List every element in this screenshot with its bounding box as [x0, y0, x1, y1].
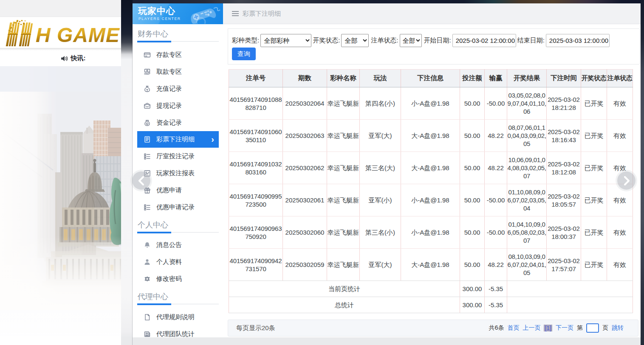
bell-icon: [144, 241, 151, 249]
sidebar-item[interactable]: 充值记录: [137, 80, 219, 97]
sidebar-item[interactable]: 个人资料: [137, 253, 219, 270]
sidebar-item-label: 个人资料: [156, 258, 182, 266]
pagination-controls: 共6条 首页 上一页 [1] 下一页 第 页 跳转: [489, 323, 624, 333]
sidebar-item[interactable]: 取款专区: [137, 63, 219, 80]
total-count-label: 共6条: [489, 324, 504, 332]
table-cell: 401569174090995723500: [229, 184, 283, 216]
table-cell: 50.00: [460, 216, 485, 249]
grand-summary-label: 总统计: [229, 297, 460, 313]
sidebar-section-title: 财务中心: [137, 27, 219, 42]
table-cell: 已开奖: [581, 87, 607, 120]
table-header-cell: 彩种名称: [327, 70, 360, 87]
table-cell: 20250302063: [283, 120, 327, 152]
sidebar-item[interactable]: 厅室投注记录: [137, 148, 219, 165]
table-cell: 幸运飞艇新: [327, 152, 360, 184]
table-cell: 48.22: [485, 249, 507, 281]
prev-page-link[interactable]: 上一页: [523, 324, 540, 332]
table-header-cell: 下注时间: [547, 70, 581, 87]
table-cell: 有效: [607, 249, 633, 281]
sidebar-section: 代理中心代理规则说明代理团队统计: [137, 289, 219, 337]
chevron-left-icon: [139, 177, 143, 185]
document-list-icon: [144, 136, 151, 143]
page-jump-input[interactable]: [586, 323, 599, 333]
table-cell: 20250302059: [283, 249, 327, 281]
carousel-prev-button[interactable]: [132, 171, 150, 190]
current-page-indicator: [1]: [544, 325, 552, 331]
sidebar-item[interactable]: 彩票下注明细›: [137, 131, 219, 148]
table-header-cell: 开奖状态: [581, 70, 607, 87]
table-cell: 幸运飞艇新: [327, 120, 360, 152]
end-date-input[interactable]: [546, 34, 610, 47]
sidebar-item-label: 消息公告: [156, 241, 182, 249]
table-cell: 401569174090942731570: [229, 249, 283, 281]
sidebar-item[interactable]: 消息公告: [137, 236, 219, 253]
sidebar-section-items: 消息公告个人资料修改密码: [137, 236, 219, 287]
background-hero: [0, 66, 134, 345]
sidebar-item-label: 修改密码: [156, 275, 182, 283]
backdrop-left-band: [121, 0, 133, 345]
news-label: 快讯:: [71, 54, 86, 62]
sidebar-item-label: 代理团队统计: [156, 330, 195, 338]
bet-status-select[interactable]: 全部: [400, 34, 422, 47]
table-cell: 2025-03-02 17:57:07: [547, 249, 581, 281]
search-button[interactable]: 查询: [232, 48, 256, 60]
speaker-icon: [61, 56, 68, 62]
table-header-cell: 输赢: [485, 70, 507, 87]
grand-summary-row: 总统计300.00-5.35: [229, 297, 633, 313]
backdrop-top-band: [133, 0, 644, 3]
sidebar-item[interactable]: 代理规则说明: [137, 309, 219, 325]
hh-game-logo: H GAME: [5, 19, 120, 47]
sidebar: 玩家中心 PLAYERS CENTER 财务中心存款专区取款专区充值记录提现记录…: [133, 3, 223, 337]
sidebar-item[interactable]: 优惠申请记录: [137, 199, 219, 216]
main-panel: 彩票下注明细 彩种类型: 全部彩种 开奖状态: 全部: [223, 3, 641, 337]
table-cell: 48.22: [485, 120, 507, 152]
menu-toggle-icon[interactable]: [232, 11, 239, 16]
bet-detail-table: 注单号期数彩种名称玩法下注信息投注额输赢开奖结果下注时间开奖状态注单状态 401…: [229, 69, 633, 313]
table-header-cell: 注单号: [229, 70, 283, 87]
draw-status-select[interactable]: 全部: [341, 34, 369, 47]
table-cell: 08,10,03,09,06,07,02,04,01,05: [507, 249, 547, 281]
sidebar-header: 玩家中心 PLAYERS CENTER: [133, 3, 223, 24]
sidebar-item-label: 充值记录: [156, 85, 182, 93]
jump-link[interactable]: 跳转: [612, 324, 624, 332]
sidebar-item-label: 提现记录: [156, 102, 182, 110]
table-header-cell: 下注信息: [401, 70, 460, 87]
sidebar-header-art: [188, 4, 221, 24]
player-center-modal: 玩家中心 PLAYERS CENTER 财务中心存款专区取款专区充值记录提现记录…: [133, 3, 641, 345]
jump-prefix-label: 第: [577, 324, 583, 332]
first-page-link[interactable]: 首页: [507, 324, 519, 332]
sidebar-section-title: 代理中心: [137, 289, 219, 304]
start-date-input[interactable]: [452, 34, 516, 47]
table-cell: 已开奖: [581, 120, 607, 152]
footer-partner-logos: [133, 338, 641, 345]
filter-row: 彩种类型: 全部彩种 开奖状态: 全部 注单状态: 全部: [232, 34, 635, 47]
sidebar-item[interactable]: 修改密码: [137, 270, 219, 287]
draw-status-label: 开奖状态:: [313, 36, 340, 45]
chevron-right-icon: [625, 177, 629, 185]
table-cell: 第三名(小): [360, 216, 401, 249]
table-cell: 大-A盘@1.98: [401, 249, 460, 281]
carousel-next-button[interactable]: [617, 171, 636, 190]
sidebar-item[interactable]: 资金记录: [137, 114, 219, 131]
coin-pouch-icon: [144, 119, 151, 126]
sidebar-item[interactable]: 代理团队统计: [137, 325, 219, 337]
gamepad-icon: [188, 4, 221, 24]
list-check-icon: [144, 153, 151, 160]
sidebar-section-title: 个人中心: [137, 218, 219, 233]
background-top-strip: [0, 0, 134, 17]
sidebar-item[interactable]: 存款专区: [137, 46, 219, 63]
table-header-cell: 期数: [283, 70, 327, 87]
city-capitol-background-image: [0, 66, 127, 310]
table-header-cell: 玩法: [360, 70, 401, 87]
news-ticker-bar: 快讯:: [0, 50, 134, 66]
table-cell: 第四名(小): [360, 87, 401, 120]
table-cell: 有效: [607, 120, 633, 152]
table-cell: 幸运飞艇新: [327, 216, 360, 249]
sidebar-item[interactable]: 提现记录: [137, 97, 219, 114]
player-center-subtitle: PLAYERS CENTER: [138, 17, 181, 21]
end-date-label: 结束日期:: [517, 36, 545, 45]
table-cell: 第三名(大): [360, 152, 401, 184]
table-cell: 20250302060: [283, 216, 327, 249]
lottery-type-select[interactable]: 全部彩种: [260, 34, 311, 47]
next-page-link[interactable]: 下一页: [556, 324, 573, 332]
